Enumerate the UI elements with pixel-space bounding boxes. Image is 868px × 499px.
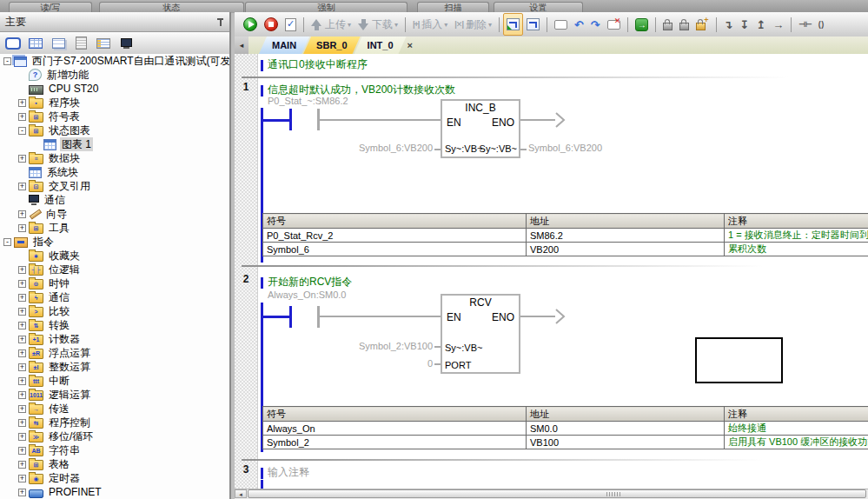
tree-item[interactable]: +ttt中断: [0, 374, 229, 388]
lock-button[interactable]: [659, 13, 676, 36]
network-3-comment-placeholder[interactable]: 输入注释: [268, 465, 309, 480]
expand-icon[interactable]: +: [18, 419, 26, 427]
insert-coil-button[interactable]: ( ): [815, 13, 827, 36]
symbol-table-button[interactable]: [26, 35, 45, 52]
expand-icon[interactable]: +: [18, 377, 26, 385]
scrollbar-thumb[interactable]: [248, 489, 866, 498]
expand-icon[interactable]: +: [18, 294, 26, 302]
tree-item[interactable]: +≡数据块: [0, 151, 229, 165]
tree-item[interactable]: ?新增功能: [0, 68, 229, 82]
tab-sbr_0[interactable]: SBR_0: [303, 37, 360, 54]
network-1-out-operand[interactable]: Symbol_6:VB200: [528, 143, 602, 153]
tree-item[interactable]: +⊙时钟: [0, 276, 229, 290]
add-lock-button[interactable]: +: [692, 13, 712, 36]
expand-icon[interactable]: +: [18, 322, 26, 329]
expand-icon[interactable]: +: [18, 224, 26, 232]
dropdown-arrow-icon[interactable]: ▾: [394, 21, 398, 29]
insert-contact-button[interactable]: ⊣⊢: [795, 13, 814, 36]
run-button[interactable]: [240, 13, 261, 36]
contact-left-leg[interactable]: [289, 109, 292, 130]
collapse-icon[interactable]: -: [3, 57, 11, 65]
network-2-comment[interactable]: 开始新的RCV指令: [268, 275, 352, 289]
tree-item[interactable]: -西门子S7-200SMART自由口通讯测试(可发送: [0, 54, 229, 68]
tree-item[interactable]: CPU ST20: [0, 82, 229, 96]
tree-item[interactable]: +±R浮点运算: [0, 346, 229, 360]
expand-icon[interactable]: +: [18, 280, 26, 288]
expand-icon[interactable]: +: [18, 391, 26, 399]
tree-item[interactable]: -⊞状态图表: [0, 123, 229, 137]
symbol-table-row[interactable]: Symbol_6VB200累积次数: [263, 243, 868, 256]
tree-item[interactable]: +⊡交叉引用: [0, 179, 229, 193]
expand-icon[interactable]: +: [18, 210, 26, 218]
symbol-table-row[interactable]: P0_Stat_Rcv_2SM86.21 = 接收消息终止：定时器时间到: [263, 229, 868, 243]
pou-comment[interactable]: 通讯口0接收中断程序: [268, 57, 368, 72]
delete-button[interactable]: |✕|删除▾: [451, 13, 495, 36]
upload-button[interactable]: 上传▾: [308, 13, 354, 36]
insert-button[interactable]: |+|插入▾: [409, 13, 451, 36]
expand-icon[interactable]: +: [18, 308, 26, 316]
tab-main[interactable]: MAIN: [259, 37, 309, 54]
tree-item[interactable]: +PROFINET: [0, 485, 229, 499]
network-2-port-operand[interactable]: 0: [337, 358, 433, 369]
expand-icon[interactable]: +: [18, 489, 26, 496]
download-button[interactable]: 下载▾: [354, 13, 401, 36]
dropdown-arrow-icon[interactable]: ▾: [444, 21, 447, 29]
network-2-tbl-operand[interactable]: Symbol_2:VB100: [337, 341, 433, 351]
unlock-button[interactable]: [676, 13, 692, 36]
expand-icon[interactable]: +: [18, 447, 26, 455]
expand-icon[interactable]: +: [18, 155, 26, 163]
expand-icon[interactable]: +: [18, 336, 26, 343]
tree-item[interactable]: 图表 1: [0, 137, 229, 151]
stop-button[interactable]: [261, 13, 282, 36]
cross-reference-button[interactable]: [94, 35, 113, 52]
chart-status-button[interactable]: [523, 13, 543, 36]
program-status-button[interactable]: [503, 13, 523, 36]
tree-item[interactable]: +AB字符串: [0, 443, 229, 457]
program-block-button[interactable]: [3, 35, 23, 52]
tree-item[interactable]: ++1计数器: [0, 332, 229, 346]
dropdown-arrow-icon[interactable]: ▾: [348, 21, 351, 29]
rcv-instruction-box[interactable]: RCV EN ENO Sy~:VB~ PORT: [441, 294, 520, 374]
previous-bookmark-button[interactable]: ↶: [571, 13, 587, 36]
expand-icon[interactable]: +: [18, 349, 26, 357]
branch-merge-button[interactable]: ↧: [736, 13, 752, 36]
expand-icon[interactable]: +: [18, 183, 26, 190]
scrollbar-left-arrow[interactable]: ◂: [235, 489, 247, 498]
communications-button[interactable]: [116, 35, 136, 52]
tree-item[interactable]: +⇆程序控制: [0, 416, 229, 429]
symbol-table-row[interactable]: Symbol_2VB100启用具有 VB100 缓冲区的接收功能框: [263, 436, 868, 449]
expand-icon[interactable]: +: [18, 405, 26, 413]
expand-icon[interactable]: +: [18, 363, 26, 371]
insert-network-button[interactable]: [551, 13, 571, 36]
tree-item[interactable]: +1011逻辑运算: [0, 388, 229, 402]
tree-item[interactable]: +┤├位逻辑: [0, 263, 229, 276]
expand-icon[interactable]: +: [18, 99, 26, 107]
goto-button[interactable]: →: [632, 13, 652, 36]
tree-item[interactable]: -指令: [0, 235, 229, 249]
inc-b-instruction-box[interactable]: INC_B EN ENO Sy~:VB~ Sy~:VB~: [441, 99, 520, 158]
tree-item[interactable]: 系统块: [0, 165, 229, 179]
compile-button[interactable]: ✓: [282, 13, 300, 36]
network-2-contact-operand[interactable]: Always_On:SM0.0: [268, 289, 346, 300]
tree-item[interactable]: +向导: [0, 207, 229, 221]
tree-item[interactable]: +⊞表格: [0, 457, 229, 471]
tree-item[interactable]: +>比较: [0, 304, 229, 318]
tree-item[interactable]: +▪程序块: [0, 96, 229, 110]
expand-icon[interactable]: +: [18, 266, 26, 274]
network-1-contact-operand[interactable]: P0_Stat_~:SM86.2: [268, 96, 348, 106]
branch-down-button[interactable]: ↴: [720, 13, 737, 36]
expand-icon[interactable]: +: [18, 475, 26, 482]
collapse-icon[interactable]: -: [3, 238, 11, 246]
clear-bookmarks-button[interactable]: ✕: [604, 13, 625, 36]
tree-item[interactable]: 通信: [0, 193, 229, 207]
tree-item[interactable]: +◉定时器: [0, 471, 229, 485]
branch-up-button[interactable]: ↥: [752, 13, 769, 36]
tree-item[interactable]: ∗收藏夹: [0, 249, 229, 263]
tree-item[interactable]: +⊞符号表: [0, 110, 229, 123]
expand-icon[interactable]: +: [18, 113, 26, 121]
line-right-button[interactable]: →: [769, 13, 787, 36]
contact-left-leg[interactable]: [289, 306, 292, 328]
tree-item[interactable]: +±I整数运算: [0, 360, 229, 374]
expand-icon[interactable]: +: [18, 433, 26, 441]
tab-scroll-left-icon[interactable]: ◂: [235, 37, 248, 54]
